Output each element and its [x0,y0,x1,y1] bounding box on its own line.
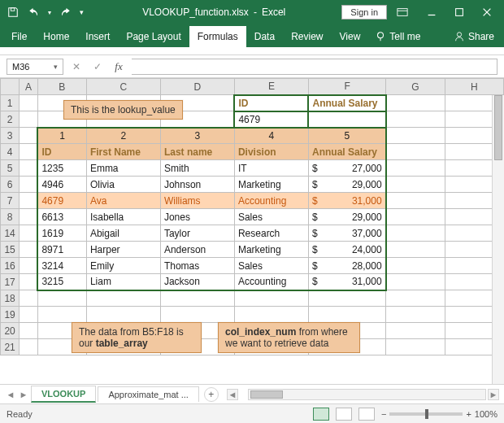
cell[interactable]: Smith [160,160,234,177]
save-button[interactable] [3,2,23,22]
cell[interactable]: Liam [86,274,160,290]
row-header[interactable]: 7 [1,193,20,209]
cell[interactable] [386,160,445,177]
cell-colheader[interactable]: ID [37,144,86,160]
cell[interactable] [20,128,38,144]
cell[interactable]: Abigail [86,225,160,242]
cell-colheader[interactable]: Annual Salary [308,144,385,160]
cell[interactable] [20,290,38,307]
cell[interactable]: Isabella [86,209,160,225]
cell-index[interactable]: 1 [37,128,86,144]
cell[interactable]: Emily [86,258,160,274]
cell[interactable]: $24,000 [308,242,385,258]
maximize-button[interactable] [445,2,473,22]
row-header[interactable]: 15 [1,242,20,258]
cell[interactable]: Sales [234,209,308,225]
cell[interactable]: 1235 [37,160,86,177]
horizontal-scrollbar[interactable] [248,389,486,400]
cell-colheader[interactable]: Last name [160,144,234,160]
tab-view[interactable]: View [332,26,369,47]
cell[interactable] [86,307,160,323]
cell[interactable]: Jackson [160,274,234,290]
row-header[interactable]: 21 [1,339,20,355]
tab-file[interactable]: File [3,26,35,47]
cell[interactable] [20,225,38,242]
cell-index[interactable]: 2 [86,128,160,144]
tab-review[interactable]: Review [283,26,331,47]
cell[interactable] [386,193,445,209]
sheet-nav-next-icon[interactable]: ► [18,390,29,399]
cell[interactable]: Marketing [234,242,308,258]
cell-colheader[interactable]: Division [234,144,308,160]
tab-data[interactable]: Data [246,26,283,47]
cell[interactable] [20,209,38,225]
zoom-in-icon[interactable]: + [466,409,471,419]
row-header[interactable]: 19 [1,307,20,323]
cell[interactable]: 1619 [37,225,86,242]
cell[interactable] [386,290,445,307]
cell-result[interactable] [308,111,385,128]
row-header[interactable]: 1 [1,95,20,111]
cell[interactable]: Jones [160,209,234,225]
cell[interactable] [20,274,38,290]
cell[interactable] [386,95,445,111]
row-header[interactable]: 20 [1,323,20,339]
cell[interactable] [386,307,445,323]
cell[interactable] [234,290,308,307]
cell[interactable]: Taylor [160,225,234,242]
confirm-formula-icon[interactable]: ✓ [89,59,106,75]
cell[interactable]: 8971 [37,242,86,258]
zoom-out-icon[interactable]: − [381,409,386,419]
cell[interactable]: $31,000 [308,193,385,209]
cell[interactable] [386,128,445,144]
tell-me[interactable]: Tell me [368,26,427,47]
cell[interactable]: 3215 [37,274,86,290]
cell[interactable] [20,193,38,209]
cell[interactable] [386,242,445,258]
cell[interactable] [20,258,38,274]
cell[interactable] [160,290,234,307]
hscroll-left-icon[interactable]: ◄ [227,389,238,400]
cell[interactable] [386,339,445,355]
cell[interactable]: $29,000 [308,177,385,193]
sheet-tab[interactable]: Approximate_mat ... [98,386,198,402]
cell[interactable]: Anderson [160,242,234,258]
cell[interactable]: Sales [234,258,308,274]
sheet-nav-prev-icon[interactable]: ◄ [5,390,16,399]
name-box[interactable]: M36 ▾ [7,59,63,75]
row-header[interactable]: 8 [1,209,20,225]
minimize-button[interactable] [418,2,445,22]
cell[interactable] [37,290,86,307]
cell[interactable] [386,274,445,290]
cell[interactable]: $37,000 [308,225,385,242]
cell[interactable] [20,339,38,355]
cell[interactable]: Olivia [86,177,160,193]
cell[interactable]: Research [234,225,308,242]
hscroll-right-icon[interactable]: ► [488,389,499,400]
view-page-break-button[interactable] [358,408,375,421]
row-header[interactable]: 4 [1,144,20,160]
cell[interactable] [20,242,38,258]
row-header[interactable]: 3 [1,128,20,144]
col-header[interactable]: F [308,79,385,95]
add-sheet-button[interactable]: + [204,387,219,402]
cell-index[interactable]: 3 [160,128,234,144]
cell[interactable] [386,225,445,242]
select-all-corner[interactable] [1,79,20,95]
scrollbar-thumb[interactable] [494,95,502,160]
cell[interactable]: $28,000 [308,258,385,274]
cell[interactable] [386,177,445,193]
spreadsheet-grid[interactable]: A B C D E F G H 1 ID Annual Salary 2 [0,78,504,384]
cell[interactable] [20,95,38,111]
cell[interactable]: 4946 [37,177,86,193]
sign-in-button[interactable]: Sign in [341,5,387,20]
col-header[interactable]: D [160,79,234,95]
col-header[interactable]: A [20,79,38,95]
cell[interactable]: Marketing [234,177,308,193]
cell[interactable]: $29,000 [308,209,385,225]
row-header[interactable]: 2 [1,111,20,128]
cell[interactable]: 6613 [37,209,86,225]
cell-lookup-value[interactable]: 4679 [234,111,308,128]
row-header[interactable]: 16 [1,258,20,274]
cell[interactable]: IT [234,160,308,177]
